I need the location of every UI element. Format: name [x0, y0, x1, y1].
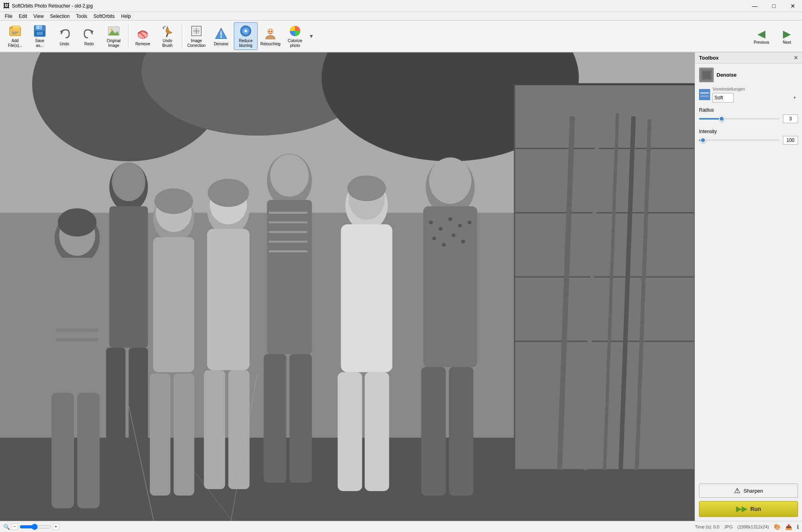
undo-brush-button[interactable]: UndoBrush — [155, 22, 179, 50]
svg-rect-66 — [174, 373, 194, 495]
undo-label: Undo — [60, 42, 69, 46]
reduce-blurring-button[interactable]: Reduceblurring — [234, 22, 258, 50]
svg-rect-4 — [12, 33, 17, 34]
maximize-button[interactable]: □ — [765, 0, 783, 12]
svg-rect-60 — [106, 348, 126, 476]
undo-brush-icon — [160, 24, 175, 38]
previous-button[interactable]: ◀ Previous — [750, 22, 773, 50]
save-as-label: Saveas... — [35, 39, 45, 48]
zoom-plus-button[interactable]: + — [53, 523, 59, 530]
retouching-button[interactable]: Retouching — [258, 22, 282, 50]
menu-file[interactable]: File — [2, 13, 16, 20]
svg-rect-2 — [13, 25, 20, 29]
run-button[interactable]: ▶▶ Run — [699, 501, 798, 517]
radius-label: Radius — [699, 107, 798, 113]
svg-point-25 — [220, 36, 222, 38]
svg-rect-82 — [264, 354, 286, 483]
redo-icon — [82, 27, 96, 41]
denoise-button[interactable]: Denoise — [209, 22, 233, 50]
radius-value[interactable]: 3 — [783, 114, 798, 123]
toolbox-header: Toolbox ✕ — [695, 52, 802, 64]
denoise-icon — [214, 27, 228, 41]
next-label: Next — [783, 40, 791, 44]
intensity-slider-thumb[interactable] — [700, 137, 706, 143]
undo-icon — [57, 27, 72, 41]
intensity-slider-track[interactable] — [699, 139, 780, 141]
svg-rect-113 — [700, 92, 709, 94]
retouching-label: Retouching — [260, 42, 281, 46]
undo-button[interactable]: Undo — [52, 22, 76, 50]
svg-rect-59 — [109, 206, 148, 348]
denoise-tool-label: Denoise — [717, 72, 737, 78]
color-icon: 🎨 — [774, 524, 781, 530]
save-as-button[interactable]: Saveas... — [28, 22, 52, 50]
colorize-photo-button[interactable]: Colorizephoto — [283, 22, 307, 50]
toolbox-panel: Toolbox ✕ Denoise — [695, 52, 802, 521]
svg-rect-64 — [153, 237, 194, 372]
preset-icon — [699, 89, 710, 100]
remove-icon — [136, 27, 150, 41]
svg-point-28 — [245, 30, 247, 32]
svg-rect-61 — [129, 348, 148, 476]
menu-tools[interactable]: Tools — [73, 13, 90, 20]
zoom-slider[interactable] — [19, 524, 51, 530]
image-correction-button[interactable]: ImageCorrection — [184, 22, 208, 50]
window-controls: — □ ✕ — [746, 0, 802, 12]
minimize-button[interactable]: — — [746, 0, 764, 12]
svg-rect-88 — [365, 372, 389, 491]
next-button[interactable]: ▶ Next — [775, 22, 799, 50]
svg-rect-56 — [56, 329, 98, 332]
status-bar: 🔍 − + Time (s): 0.0 JPG (1998x1312x24) 🎨… — [0, 521, 802, 532]
preset-section-label: Voreinstellungen — [713, 87, 798, 91]
remove-button[interactable]: Remove — [131, 22, 155, 50]
share-icon: 📤 — [785, 524, 792, 530]
time-label: Time (s): 0.0 — [695, 524, 719, 529]
toolbox-content: Denoise Voreinstellungen Soft — [695, 64, 802, 480]
toolbox-close-button[interactable]: ✕ — [794, 55, 798, 61]
svg-rect-3 — [12, 32, 18, 33]
radius-slider-row: 3 — [699, 114, 798, 123]
zoom-minus-button[interactable]: − — [12, 523, 18, 530]
menu-view[interactable]: View — [30, 13, 47, 20]
zoom-out-icon: 🔍 — [3, 524, 10, 530]
radius-slider-track[interactable] — [699, 118, 780, 120]
next-arrow-icon: ▶ — [783, 28, 791, 40]
toolbar-more-button[interactable]: ▼ — [309, 33, 314, 39]
time-value: 0.0 — [713, 524, 719, 529]
sharpen-label: Sharpen — [744, 488, 763, 494]
svg-point-74 — [208, 179, 249, 207]
redo-button[interactable]: Redo — [77, 22, 101, 50]
svg-point-84 — [270, 154, 309, 197]
radius-slider-thumb[interactable] — [719, 116, 724, 122]
toolbox-title: Toolbox — [699, 55, 719, 61]
sharpen-button[interactable]: ⚠ Sharpen — [699, 484, 798, 498]
menu-edit[interactable]: Edit — [16, 13, 30, 20]
svg-point-95 — [429, 157, 472, 203]
time-text: Time (s): — [695, 524, 712, 529]
svg-rect-65 — [150, 373, 171, 495]
svg-rect-52 — [51, 393, 74, 508]
svg-rect-114 — [700, 95, 709, 97]
redo-label: Redo — [84, 42, 94, 46]
photo-display — [0, 52, 695, 521]
svg-point-30 — [269, 31, 270, 32]
info-icon: ℹ — [797, 524, 799, 530]
intensity-label: Intensity — [699, 129, 798, 134]
svg-point-102 — [442, 243, 446, 247]
menu-selection[interactable]: Selection — [47, 13, 73, 20]
add-files-button[interactable]: AddFile(s)... — [3, 22, 27, 50]
svg-rect-93 — [421, 367, 446, 496]
svg-rect-7 — [37, 26, 39, 29]
close-button[interactable]: ✕ — [784, 0, 802, 12]
original-image-button[interactable]: OriginalImage — [102, 22, 126, 50]
intensity-value[interactable]: 100 — [783, 136, 798, 145]
svg-point-97 — [439, 227, 443, 231]
svg-point-104 — [461, 240, 465, 244]
preset-select[interactable]: Soft Medium Strong — [713, 93, 734, 103]
svg-rect-71 — [204, 370, 225, 489]
menu-help[interactable]: Help — [118, 13, 134, 20]
menu-softorbits[interactable]: SoftOrbits — [90, 13, 118, 20]
svg-rect-86 — [341, 224, 392, 372]
run-icon: ▶▶ — [736, 505, 747, 513]
svg-rect-53 — [77, 393, 100, 508]
